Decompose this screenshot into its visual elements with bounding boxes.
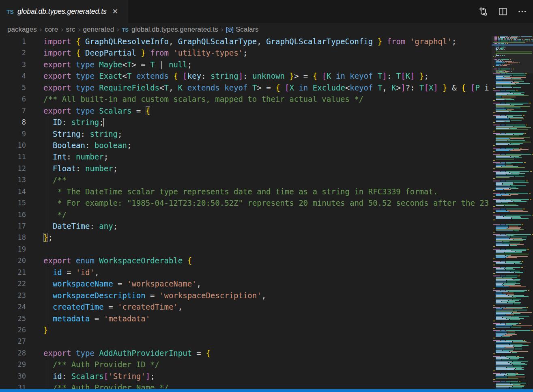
code-line[interactable]: export type Scalars = { (43, 105, 492, 116)
code-token: ; (243, 48, 247, 57)
code-token (308, 83, 312, 92)
indent-guide (48, 278, 48, 289)
code-token: string (71, 118, 99, 127)
code-token: T (127, 71, 131, 80)
code-token: * For example: "1985-04-12T23:20:50.52Z"… (53, 198, 489, 207)
code-token: 'metadata' (104, 314, 150, 323)
code-line[interactable]: metadata = 'metadata' (43, 313, 492, 324)
line-number: 27 (0, 336, 26, 347)
code-line[interactable]: export type RequireFields<T, K extends k… (43, 82, 492, 93)
code-line[interactable]: * For example: "1985-04-12T23:20:50.52Z"… (43, 197, 492, 209)
code-token: < (159, 83, 164, 92)
code-token (183, 83, 187, 92)
code-token: : (387, 71, 396, 80)
code-token: WorkspaceOrderable (99, 256, 183, 265)
code-token (81, 37, 85, 46)
code-line[interactable]: export type Exact<T extends { [key: stri… (43, 70, 492, 82)
more-actions-icon[interactable] (515, 5, 529, 19)
code-token: } (141, 48, 145, 57)
code-line[interactable]: /** Auth Provider Name */ (43, 382, 492, 389)
code-token (220, 83, 224, 92)
indent-guide (48, 186, 48, 197)
code-token (71, 256, 76, 265)
minimap-viewport[interactable] (492, 36, 533, 73)
minimap[interactable] (492, 36, 533, 389)
code-token (71, 106, 76, 115)
code-line[interactable]: DateTime: any; (43, 220, 492, 232)
code-token: export (43, 256, 71, 265)
code-line[interactable] (43, 243, 492, 255)
code-line[interactable]: export enum WorkspaceOrderable { (43, 255, 492, 266)
indent-guide (48, 359, 48, 370)
code-token: { (461, 83, 466, 92)
split-editor-icon[interactable] (496, 5, 509, 19)
code-token (345, 71, 350, 80)
code-token: { (76, 48, 80, 57)
code-token: [ (471, 83, 475, 92)
line-number: 1 (0, 36, 26, 47)
breadcrumb-label: src (66, 26, 75, 34)
editor-tab[interactable]: TS global.db.types.generated.ts ✕ (0, 0, 128, 23)
indent-guide (48, 301, 48, 312)
breadcrumb-separator: › (40, 26, 42, 33)
code-token: */ (53, 210, 67, 219)
breadcrumb-separator: › (117, 26, 119, 33)
code-line[interactable]: export type AddAuthProviderInput = { (43, 347, 492, 359)
code-line[interactable]: }; (43, 232, 492, 243)
tab-close-icon[interactable]: ✕ (112, 8, 118, 15)
code-token: type (76, 71, 95, 80)
line-number: 19 (0, 243, 26, 255)
code-line[interactable]: /** (43, 174, 492, 185)
code-token: T (150, 60, 155, 69)
code-token: } (419, 71, 424, 80)
line-number: 4 (0, 70, 26, 82)
code-token: K (178, 83, 183, 92)
line-number: 7 (0, 105, 26, 116)
code-token: Maybe (99, 60, 122, 69)
code-token: String (53, 129, 81, 138)
code-token: K (391, 83, 396, 92)
code-token: = (90, 314, 103, 323)
code-editor[interactable]: 1234567891011121314151617181920212223242… (0, 36, 492, 389)
code-token: = (131, 106, 145, 115)
code-token: keyof (350, 83, 373, 92)
code-line[interactable]: import { GraphQLResolveInfo, GraphQLScal… (43, 36, 492, 47)
code-line[interactable]: Float: number; (43, 163, 492, 174)
line-number: 22 (0, 278, 26, 289)
code-line[interactable]: id = 'id', (43, 267, 492, 278)
code-token: GraphQLScalarTypeConfig (266, 37, 373, 46)
breadcrumb-item-global-db-types-generated-ts[interactable]: TSglobal.db.types.generated.ts (122, 26, 218, 34)
code-line[interactable]: createdTime = 'createdTime', (43, 301, 492, 312)
line-number: 26 (0, 324, 26, 336)
breadcrumb-item-packages[interactable]: packages (7, 26, 37, 34)
indent-guide (48, 220, 48, 232)
open-changes-icon[interactable] (476, 5, 490, 19)
code-token: enum (76, 256, 95, 265)
code-line[interactable]: */ (43, 209, 492, 220)
code-line[interactable]: import { DeepPartial } from 'utility-typ… (43, 47, 492, 58)
breadcrumb-item-core[interactable]: core (45, 26, 58, 34)
code-line[interactable] (43, 336, 492, 347)
code-line[interactable]: workspaceName = 'workspaceName', (43, 278, 492, 289)
code-line[interactable]: * The DateTime scalar type represents da… (43, 186, 492, 197)
breadcrumb-item-scalars[interactable]: [⊘]Scalars (226, 26, 259, 34)
code-line[interactable]: String: string; (43, 128, 492, 140)
breadcrumb-item-generated[interactable]: generated (83, 26, 114, 34)
indent-guide (48, 163, 48, 174)
code-line[interactable]: Boolean: boolean; (43, 140, 492, 151)
code-line[interactable]: } (43, 324, 492, 336)
code-line[interactable]: /** Auth Provider ID */ (43, 359, 492, 370)
code-line[interactable]: /** All built-in and custom scalars, map… (43, 93, 492, 105)
code-line[interactable]: id: Scalars['String']; (43, 370, 492, 382)
line-number: 13 (0, 174, 26, 185)
code-token: 'String' (108, 372, 146, 381)
code-line[interactable]: Int: number; (43, 151, 492, 162)
line-number: 30 (0, 370, 26, 382)
code-line[interactable]: workspaceDescription = 'workspaceDescrip… (43, 290, 492, 301)
breadcrumb-item-src[interactable]: src (66, 26, 75, 34)
code-line[interactable]: ID: string; (43, 116, 492, 128)
code-line[interactable]: export type Maybe<T> = T | null; (43, 59, 492, 70)
code-token (95, 83, 99, 92)
code-token (183, 256, 187, 265)
code-token: = (104, 302, 118, 311)
